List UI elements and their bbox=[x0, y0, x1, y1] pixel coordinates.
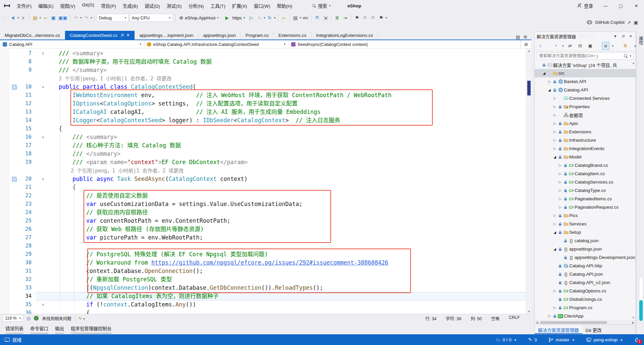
menu-item-3[interactable]: Git(G) bbox=[78, 1, 98, 10]
expand-icon[interactable]: ▷ bbox=[547, 80, 552, 83]
expand-icon[interactable]: ▷ bbox=[552, 105, 557, 109]
expand-icon[interactable]: ▷ bbox=[557, 205, 563, 209]
expand-icon[interactable]: ▷ bbox=[552, 289, 557, 293]
scroll-left-icon[interactable]: ◀ bbox=[535, 320, 539, 325]
se-tab-0[interactable]: 解决方案资源管理器 bbox=[535, 325, 582, 334]
scrollbar-thumb[interactable] bbox=[527, 81, 531, 95]
bookmark-clear-button[interactable]: ⚑ bbox=[377, 14, 385, 22]
document-outline-button[interactable]: ▤ bbox=[292, 14, 299, 22]
panel-tab-3[interactable]: 程序包管理器控制台 bbox=[68, 324, 114, 334]
tree-item-20[interactable]: ◢Setup bbox=[535, 228, 636, 236]
collapse-icon[interactable]: ◢ bbox=[552, 230, 557, 234]
tree-item-3[interactable]: ◢Catalog.API bbox=[535, 86, 636, 94]
restart-button[interactable]: ↻ bbox=[266, 14, 273, 22]
tree-item-11[interactable]: ◢Model bbox=[535, 153, 636, 161]
code-link[interactable]: https://github.com/npgsql/efcore.pg/issu… bbox=[151, 259, 388, 266]
codelens-ref-margin[interactable] bbox=[9, 83, 19, 91]
tree-item-22[interactable]: ◢{}appsettings.json bbox=[535, 245, 636, 253]
tree-item-7[interactable]: ▷Apis bbox=[535, 119, 636, 128]
menu-item-5[interactable]: 生成(B) bbox=[119, 1, 141, 10]
tree-item-24[interactable]: Catalog.API.http bbox=[535, 262, 636, 270]
scroll-down-icon[interactable]: ▼ bbox=[526, 309, 531, 314]
chevron-down-icon[interactable]: ▾ bbox=[385, 16, 387, 19]
properties-vertical-tab[interactable]: 属性 bbox=[637, 34, 644, 47]
panel-tab-1[interactable]: 命令窗口 bbox=[28, 324, 51, 334]
solution-platform-dropdown[interactable]: Any CPU▾ bbox=[129, 14, 173, 22]
pending-edits-button[interactable]: ✎ 3 bbox=[528, 337, 537, 342]
hscrollbar-thumb[interactable] bbox=[540, 321, 607, 324]
expand-icon[interactable]: ▷ bbox=[557, 197, 563, 201]
chevron-down-icon[interactable]: ▾ bbox=[264, 16, 266, 19]
tab-5[interactable]: Extensions.cs bbox=[274, 31, 311, 40]
properties-button[interactable]: ▣ bbox=[587, 42, 594, 50]
save-all-button[interactable]: ▣▣ bbox=[58, 14, 68, 22]
branch-selector-button[interactable]: master ▲ bbox=[548, 337, 575, 342]
scroll-right-icon[interactable]: ▶ bbox=[631, 320, 636, 325]
se-tab-1[interactable]: Git 更改 bbox=[582, 325, 605, 334]
fold-marker[interactable]: ∨ bbox=[36, 133, 50, 141]
tree-item-6[interactable]: ▷依赖项 bbox=[535, 111, 636, 119]
collapse-icon[interactable]: ◢ bbox=[541, 71, 547, 75]
chevron-down-icon[interactable]: ▾ bbox=[17, 16, 19, 19]
code-editor[interactable]: 7∨/// <summary>8/// 数据库种子类，用于在应用启动时填充 Ca… bbox=[0, 49, 531, 314]
menu-item-11[interactable]: 窗口(W) bbox=[251, 1, 274, 10]
navigate-back-button[interactable]: ⮜ bbox=[9, 14, 17, 22]
share-icon[interactable]: ↗ bbox=[627, 20, 631, 25]
breadcrumb-project-dropdown[interactable]: Catalog.API ▾ bbox=[0, 40, 144, 48]
open-window-icon[interactable]: ▣ bbox=[634, 20, 638, 25]
tree-item-9[interactable]: ▷Infrastructure bbox=[535, 136, 636, 144]
expand-icon[interactable]: ▷ bbox=[552, 130, 557, 134]
expand-icon[interactable]: ▷ bbox=[552, 96, 557, 100]
dock-scrollbar[interactable] bbox=[639, 277, 643, 321]
tree-item-1[interactable]: ◢src bbox=[535, 69, 636, 77]
undo-button[interactable]: ↶ bbox=[72, 14, 80, 22]
tab-0[interactable]: MigrateDbCo...xtensions.cs bbox=[0, 31, 65, 40]
split-window-button[interactable]: ⊞ bbox=[521, 40, 531, 48]
expand-icon[interactable]: ▷ bbox=[552, 214, 557, 217]
chevron-down-icon[interactable]: ▼ bbox=[612, 34, 619, 38]
scroll-up-icon[interactable]: ▲ bbox=[632, 61, 635, 65]
gear-icon[interactable]: ⚙ bbox=[523, 34, 527, 40]
tree-item-8[interactable]: ▷Extensions bbox=[535, 128, 636, 136]
bookmark-prev-button[interactable]: ⚐ bbox=[361, 14, 369, 22]
fold-marker[interactable]: ∨ bbox=[36, 83, 50, 91]
menu-item-8[interactable]: 分析(N) bbox=[185, 1, 207, 10]
solution-search-box[interactable]: ▾ bbox=[537, 52, 634, 60]
fold-marker[interactable]: ∨ bbox=[36, 49, 50, 58]
chevron-down-icon[interactable]: ▾ bbox=[630, 54, 631, 58]
breadcrumb-member-dropdown[interactable]: SeedAsync(CatalogContext context) bbox=[288, 40, 521, 48]
tree-item-18[interactable]: ▷Pics bbox=[535, 211, 636, 220]
expand-icon[interactable]: ▷ bbox=[552, 147, 557, 150]
tree-item-26[interactable]: {}Catalog.API_v2.json bbox=[535, 278, 636, 287]
tab-1[interactable]: CatalogContextSeed.cs⚲✕ bbox=[65, 31, 135, 40]
navigate-forward-button[interactable]: ⮞ bbox=[20, 14, 27, 22]
tree-item-29[interactable]: ▷C#Program.cs bbox=[535, 303, 636, 312]
collapse-icon[interactable]: ◢ bbox=[552, 247, 557, 251]
preview-selected-items-button[interactable]: ⧈ bbox=[602, 42, 609, 50]
tab-6[interactable]: IntegrationLogExtensions.cs bbox=[311, 31, 378, 40]
start-without-debug-button[interactable]: ▷ bbox=[248, 14, 255, 22]
fold-marker[interactable]: ∨ bbox=[36, 175, 50, 183]
solution-search-input[interactable] bbox=[539, 54, 622, 58]
menu-item-4[interactable]: 项目(P) bbox=[98, 1, 119, 10]
close-icon[interactable]: ✕ bbox=[126, 33, 130, 38]
tree-item-16[interactable]: ▷C#PaginatedItems.cs bbox=[535, 195, 636, 203]
breadcrumb-type-dropdown[interactable]: eShop.Catalog.API.Infrastructure.Catalog… bbox=[144, 40, 288, 48]
tree-item-15[interactable]: ▷C#CatalogType.cs bbox=[535, 186, 636, 195]
tree-item-25[interactable]: {}Catalog.API.json bbox=[535, 270, 636, 278]
scroll-down-icon[interactable]: ▼ bbox=[632, 316, 635, 319]
tree-item-13[interactable]: ▷C#CatalogItem.cs bbox=[535, 169, 636, 178]
editor-scrollbar[interactable]: ▲ ▼ bbox=[526, 49, 531, 314]
cursor-nav-button[interactable]: ⇱ bbox=[314, 14, 321, 22]
tree-item-4[interactable]: ▷Connected Services bbox=[535, 94, 636, 102]
menu-item-6[interactable]: 调试(D) bbox=[141, 1, 163, 10]
minimize-button[interactable]: — bbox=[598, 0, 613, 11]
tab-3[interactable]: appsettings.json bbox=[198, 31, 241, 40]
menu-item-9[interactable]: 工具(T) bbox=[207, 1, 229, 10]
tree-item-12[interactable]: ▷C#CatalogBrand.cs bbox=[535, 161, 636, 169]
tree-item-27[interactable]: ▷C#CatalogOptions.cs bbox=[535, 287, 636, 295]
expand-icon[interactable]: ▷ bbox=[552, 222, 557, 226]
tree-item-2[interactable]: ▷Basket.API bbox=[535, 77, 636, 86]
tree-item-30[interactable]: ▷C#ClientApp bbox=[535, 312, 636, 320]
pin-icon[interactable]: ⚲ bbox=[620, 33, 627, 40]
